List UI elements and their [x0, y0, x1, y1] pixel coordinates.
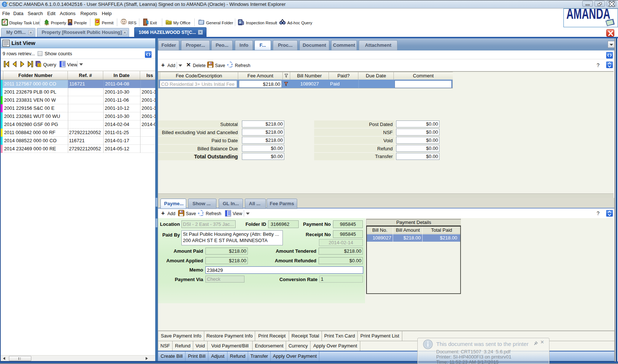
- svg-text:P: P: [96, 20, 98, 23]
- svg-text:?: ?: [38, 64, 40, 67]
